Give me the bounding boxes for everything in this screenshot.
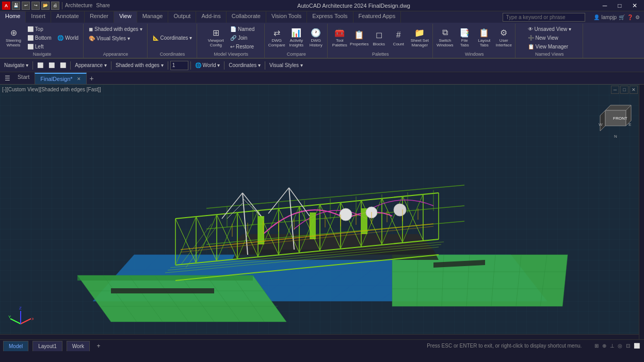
qat-save[interactable]: 💾 bbox=[12, 2, 20, 10]
tab-start[interactable]: Start bbox=[12, 73, 35, 84]
btn-visual-styles[interactable]: 🎨 Visual Styles ▾ bbox=[86, 34, 133, 42]
model-space-icon[interactable]: ⬜ bbox=[634, 343, 640, 349]
tab-final-design[interactable]: FinalDesign* ✕ bbox=[35, 73, 86, 84]
status-bar-left: Model Layout1 Work + bbox=[3, 341, 103, 351]
vp-restore-btn[interactable]: □ bbox=[620, 86, 629, 94]
btn-dwg-history[interactable]: 🕐 DWGHistory bbox=[307, 26, 325, 50]
tb-view-top[interactable]: ⬜ bbox=[35, 60, 45, 71]
tab-collaborate[interactable]: Collaborate bbox=[227, 11, 266, 23]
tab-output[interactable]: Output bbox=[168, 11, 196, 23]
tab-annotate[interactable]: Annotate bbox=[51, 11, 85, 23]
qat-redo[interactable]: ↪ bbox=[31, 2, 40, 10]
btn-blocks[interactable]: ◻ Blocks bbox=[369, 26, 388, 50]
btn-viewport-config[interactable]: ⊞ ViewportConfig bbox=[205, 26, 227, 50]
minimize-btn[interactable]: ─ bbox=[598, 0, 612, 11]
btn-tool-palettes[interactable]: 🧰 ToolPalettes bbox=[330, 26, 349, 50]
btn-bottom[interactable]: ⬜ Bottom bbox=[25, 34, 54, 42]
layout1-tab[interactable]: Layout1 bbox=[33, 341, 62, 351]
tb-sep1 bbox=[33, 61, 33, 70]
btn-shaded-edges[interactable]: ◼ Shaded with edges ▾ bbox=[86, 25, 145, 33]
tab-featured-apps[interactable]: Featured Apps bbox=[353, 11, 401, 23]
add-layout-btn[interactable]: + bbox=[94, 341, 103, 351]
vp-close-btn[interactable]: ✕ bbox=[630, 86, 638, 94]
ortho-icon[interactable]: ⊥ bbox=[610, 343, 615, 349]
btn-new-view[interactable]: ➕ New View bbox=[525, 34, 561, 42]
tb-view-left[interactable]: ⬜ bbox=[58, 60, 68, 71]
btn-top[interactable]: ⬜ Top bbox=[25, 25, 54, 33]
btn-view-manager[interactable]: 📋 View Manager bbox=[525, 42, 571, 51]
btn-properties[interactable]: 📋 Properties bbox=[350, 26, 368, 50]
btn-switch-windows[interactable]: ⧉ SwitchWindows bbox=[436, 26, 454, 50]
vertical-scrollbar[interactable] bbox=[639, 85, 644, 339]
sheet-set-icon: 📁 bbox=[413, 27, 426, 38]
settings-icon[interactable]: ⚙ bbox=[635, 14, 640, 20]
blocks-icon: ◻ bbox=[373, 29, 385, 41]
btn-coordinates[interactable]: 📐 Coordinates ▾ bbox=[150, 34, 195, 42]
btn-named[interactable]: 📄 Named bbox=[228, 25, 257, 33]
viewcube[interactable]: FRONT N W E bbox=[598, 97, 636, 141]
viewport-label-text: [-][Custom View][Shaded with edges [Fast… bbox=[2, 87, 101, 92]
btn-unsaved-view[interactable]: 👁 Unsaved View ▾ bbox=[525, 25, 574, 33]
btn-restore[interactable]: ↩ Restore bbox=[228, 42, 257, 51]
coordinate-axes: X Y Z bbox=[8, 303, 34, 329]
tb-shaded[interactable]: Shaded with edges ▾ bbox=[114, 60, 166, 71]
svg-text:N: N bbox=[614, 134, 617, 139]
tab-close-btn[interactable]: ✕ bbox=[77, 76, 81, 81]
history-icon: 🕐 bbox=[310, 27, 322, 38]
restore-btn[interactable]: □ bbox=[613, 0, 627, 11]
count-icon: # bbox=[392, 29, 405, 41]
grid-icon[interactable]: ⊞ bbox=[594, 343, 599, 349]
tb-view-bottom[interactable]: ⬜ bbox=[46, 60, 57, 71]
work-tab[interactable]: Work bbox=[67, 341, 90, 351]
shopping-icon[interactable]: 🛒 bbox=[619, 14, 625, 20]
add-tab-btn[interactable]: + bbox=[87, 73, 97, 84]
bridge-scene bbox=[0, 85, 644, 339]
qat-print[interactable]: 🖨 bbox=[51, 2, 59, 10]
btn-activity-insights[interactable]: 📊 ActivityInsights bbox=[287, 26, 305, 50]
btn-left[interactable]: ⬜ Left bbox=[25, 42, 54, 51]
svg-marker-139 bbox=[111, 288, 214, 293]
tb-appearance[interactable]: Appearance ▾ bbox=[73, 60, 109, 71]
snap-icon[interactable]: ⊕ bbox=[602, 343, 606, 349]
tb-zoom-input[interactable] bbox=[170, 61, 188, 70]
steering-wheels-icon: ⊕ bbox=[7, 27, 20, 38]
share-btn[interactable]: Share bbox=[96, 3, 110, 8]
btn-user-interface[interactable]: ⚙ UserInterface bbox=[494, 26, 513, 50]
tab-menu-btn[interactable]: ☰ bbox=[2, 73, 12, 84]
search-input[interactable] bbox=[503, 13, 585, 22]
qat-undo[interactable]: ↩ bbox=[22, 2, 30, 10]
tb-coordinates[interactable]: Coordinates ▾ bbox=[227, 60, 263, 71]
horizontal-scrollbar[interactable] bbox=[0, 334, 639, 339]
tab-home[interactable]: Home bbox=[0, 11, 26, 23]
tb-visual-styles[interactable]: Visual Styles ▾ bbox=[267, 60, 305, 71]
btn-sheet-set[interactable]: 📁 Sheet SetManager bbox=[409, 26, 430, 50]
btn-count[interactable]: # Count bbox=[389, 26, 408, 50]
tb-world[interactable]: 🌐 World ▾ bbox=[193, 60, 222, 71]
btn-dwg-compare[interactable]: ⇄ DWGCompare bbox=[267, 26, 286, 50]
status-icons: ⊞ ⊕ ⊥ ◎ ⊡ ⬜ bbox=[593, 343, 641, 349]
btn-file-tabs[interactable]: 📑 File Tabs bbox=[455, 26, 474, 50]
qat-open[interactable]: 📂 bbox=[41, 2, 50, 10]
vp-minimize-btn[interactable]: ─ bbox=[611, 86, 619, 94]
polar-icon[interactable]: ◎ bbox=[618, 343, 622, 349]
btn-steering-wheels[interactable]: ⊕ SteeringWheels bbox=[3, 26, 24, 50]
btn-layout-tabs[interactable]: 📋 LayoutTabs bbox=[475, 26, 493, 50]
tab-render[interactable]: Render bbox=[85, 11, 114, 23]
tab-view[interactable]: View bbox=[114, 11, 137, 23]
tab-insert[interactable]: Insert bbox=[26, 11, 51, 23]
workspace-dropdown[interactable]: Architecture bbox=[65, 3, 92, 8]
tab-manage[interactable]: Manage bbox=[137, 11, 169, 23]
tab-express-tools[interactable]: Express Tools bbox=[307, 11, 353, 23]
osnap-icon[interactable]: ⊡ bbox=[626, 343, 630, 349]
help-icon[interactable]: ❓ bbox=[627, 14, 633, 20]
close-btn[interactable]: ✕ bbox=[627, 0, 642, 11]
ui-icon: ⚙ bbox=[497, 27, 510, 38]
layout-tabs-icon: 📋 bbox=[478, 27, 490, 38]
tab-vision-tools[interactable]: Vision Tools bbox=[266, 11, 307, 23]
btn-world[interactable]: 🌐 World bbox=[55, 34, 81, 42]
tab-addins[interactable]: Add-ins bbox=[196, 11, 226, 23]
model-tab[interactable]: Model bbox=[3, 341, 28, 351]
btn-join[interactable]: 🔗 Join bbox=[228, 34, 257, 42]
tb-navigate[interactable]: Navigate ▾ bbox=[2, 60, 30, 71]
tb-sep3 bbox=[111, 61, 111, 70]
